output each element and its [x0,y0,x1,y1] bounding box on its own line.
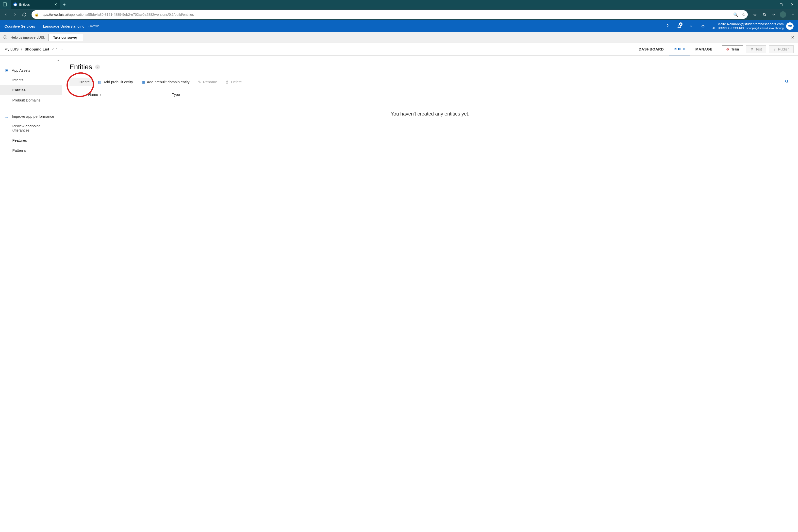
collections-icon[interactable]: ⧉ [760,10,768,19]
survey-button[interactable]: Take our survey! [49,34,83,41]
browser-toolbar: 🔒 https://www.luis.ai/applications/55de4… [0,9,798,20]
breadcrumb-root[interactable]: My LUIS [4,47,19,51]
sliders-icon: ⚎ [4,114,9,118]
domain-entity-icon: ▦ [141,80,145,84]
entities-command-bar: ＋ Create ▤ Add prebuilt entity ▦ Add pre… [70,75,791,89]
svg-point-1 [785,80,788,82]
search-entities-icon[interactable] [783,78,791,86]
tab-title: Entities [19,3,52,6]
window-maximize-button[interactable]: ▢ [775,0,787,9]
survey-text: Help us improve LUIS. [11,36,45,39]
nav-forward-button[interactable] [11,10,19,19]
version-dropdown-icon[interactable]: ⌄ [61,48,63,51]
favorites-icon[interactable]: ☆ [751,10,759,19]
add-prebuilt-entity-button[interactable]: ▤ Add prebuilt entity [95,78,136,86]
product-label: Language Understanding [43,24,84,28]
page-title: Entities [70,63,92,71]
tab-dashboard[interactable]: DASHBOARD [634,43,669,55]
lock-icon: 🔒 [35,13,39,17]
survey-close-icon[interactable]: ✕ [791,35,795,40]
azure-header: Cognitive Services | Language Understand… [0,20,798,32]
region-label: - westus [89,24,99,28]
browser-tab[interactable]: ⬤ Entities ✕ [11,0,60,9]
prebuilt-entity-icon: ▤ [98,80,101,84]
user-account-area[interactable]: Malte.Reimann@studentambassadors.com AUT… [712,22,794,30]
test-button[interactable]: ⚗ Test [746,45,766,53]
window-minimize-button[interactable]: ― [764,0,775,9]
trash-icon: 🗑 [225,80,229,84]
sidebar-item-intents[interactable]: Intents [0,75,62,85]
luis-favicon: ⬤ [13,2,17,6]
delete-entity-button[interactable]: 🗑 Delete [222,78,245,86]
sidebar-item-entities[interactable]: Entities [0,85,62,95]
browser-titlebar: ⬤ Entities ✕ ＋ ― ▢ ✕ [0,0,798,9]
info-icon: ⓘ [3,35,7,40]
svg-rect-0 [3,3,7,6]
help-icon[interactable]: ? [663,22,672,30]
edge-app-icon [0,0,10,9]
extensions-icon[interactable]: ✧ [770,10,778,19]
brand-label: Cognitive Services [4,24,35,28]
sidebar-section-improve[interactable]: ⚎ Improve app performance [0,112,62,121]
entities-empty-message: You haven't created any entities yet. [70,111,791,117]
train-button[interactable]: ⚙ Train [722,45,743,53]
browser-menu-button[interactable]: ⋯ [788,10,797,19]
window-close-button[interactable]: ✕ [787,0,798,9]
breadcrumb-version: V0.1 [52,48,58,51]
sidebar-item-features[interactable]: Features [0,135,62,145]
plus-icon: ＋ [73,79,77,84]
publish-button[interactable]: ⇪ Publish [769,45,794,53]
favorite-star-icon[interactable]: ✩ [742,12,745,17]
breadcrumb-app[interactable]: Shopping List [25,47,49,51]
nav-refresh-button[interactable] [20,10,28,19]
nav-back-button[interactable] [1,10,10,19]
page-help-icon[interactable]: ? [95,64,100,70]
column-name-header[interactable]: Name [88,92,98,97]
tab-manage[interactable]: MANAGE [690,43,718,55]
train-gear-icon: ⚙ [726,47,729,51]
survey-banner: ⓘ Help us improve LUIS. Take our survey!… [0,32,798,43]
new-tab-button[interactable]: ＋ [60,0,69,9]
main-content: Entities ? ＋ Create ▤ Add prebuilt entit… [62,56,798,532]
sidebar-item-patterns[interactable]: Patterns [0,145,62,155]
sub-header: My LUIS / Shopping List V0.1 ⌄ DASHBOARD… [0,43,798,56]
notifications-icon[interactable]: 4 [675,22,683,30]
sidebar: « ▣ App Assets Intents Entities Prebuilt… [0,56,62,532]
feedback-icon[interactable]: ☺ [687,22,695,30]
rename-entity-button[interactable]: ✎ Rename [194,78,221,86]
settings-gear-icon[interactable]: ⚙ [699,22,707,30]
user-email: Malte.Reimann@studentambassadors.com [712,22,784,26]
publish-icon: ⇪ [773,47,776,51]
create-entity-button[interactable]: ＋ Create [70,78,93,86]
sort-ascending-icon[interactable]: ↑ [99,93,101,97]
main-tabs: DASHBOARD BUILD MANAGE [634,43,718,55]
sidebar-item-review-utterances[interactable]: Review endpoint utterances [0,121,62,135]
tab-build[interactable]: BUILD [669,43,690,55]
rename-icon: ✎ [198,80,201,84]
action-buttons: ⚙ Train ⚗ Test ⇪ Publish [722,45,794,53]
entities-table-header: Name ↑ Type [70,89,791,100]
sidebar-collapse-icon[interactable]: « [57,58,59,62]
app-assets-icon: ▣ [4,68,9,72]
user-avatar: MR [786,22,794,30]
sidebar-item-prebuilt-domains[interactable]: Prebuilt Domains [0,95,62,105]
profile-avatar[interactable] [779,10,787,19]
column-type-header[interactable]: Type [172,92,180,97]
svg-line-2 [787,82,788,83]
address-bar[interactable]: 🔒 https://www.luis.ai/applications/55de4… [32,10,748,19]
zoom-icon[interactable]: 🔍 [733,12,738,17]
breadcrumb: My LUIS / Shopping List V0.1 ⌄ [4,47,63,51]
add-prebuilt-domain-entity-button[interactable]: ▦ Add prebuilt domain entity [138,78,193,86]
sidebar-section-app-assets[interactable]: ▣ App Assets [0,65,62,75]
beaker-icon: ⚗ [750,47,754,51]
tab-close-icon[interactable]: ✕ [54,2,57,6]
notifications-badge: 4 [679,22,683,26]
url-text: https://www.luis.ai/applications/55de4a8… [41,13,194,17]
